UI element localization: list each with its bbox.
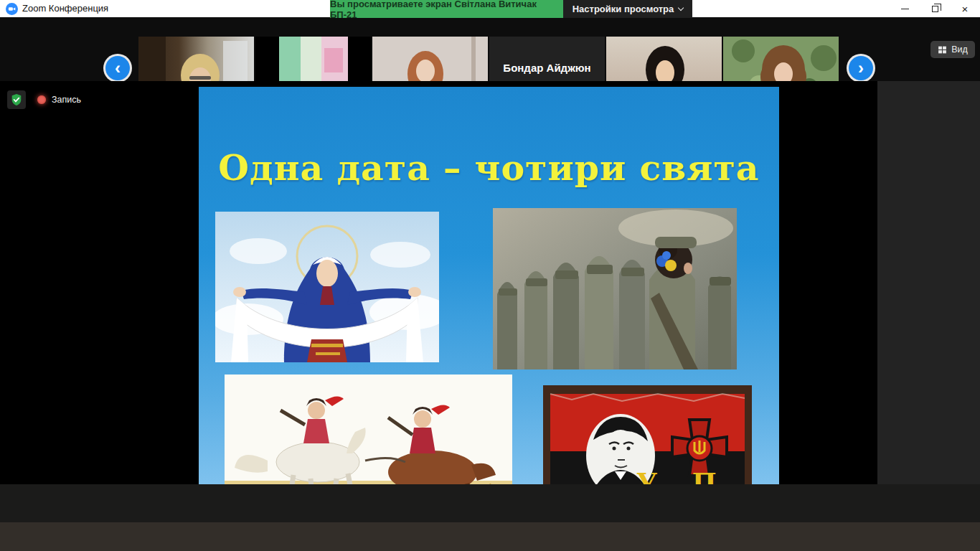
- close-icon: ×: [962, 4, 969, 14]
- view-button-label: Вид: [951, 44, 968, 55]
- previous-participants-button[interactable]: ‹: [105, 56, 130, 80]
- view-options-button[interactable]: Настройки просмотра: [563, 0, 692, 18]
- restore-icon: [932, 6, 938, 12]
- recording-dot-icon: [37, 95, 46, 104]
- meeting-toolbar: Включить звук Остановить видео 52 Участн…: [0, 484, 980, 522]
- grid-view-icon: [938, 45, 947, 55]
- minimize-button[interactable]: [890, 0, 920, 18]
- security-shield-button[interactable]: [7, 90, 26, 109]
- zoom-app-icon: [6, 3, 18, 15]
- window-title: Zoom Конференция: [22, 3, 108, 14]
- presentation-slide: Одна дата – чотири свята: [199, 87, 779, 484]
- next-participants-button[interactable]: ›: [849, 56, 873, 80]
- shield-check-icon: [10, 93, 23, 106]
- close-button[interactable]: ×: [950, 0, 980, 18]
- window-title-bar: Zoom Конференция Вы просматриваете экран…: [0, 0, 980, 18]
- slide-image-soldiers: [493, 208, 737, 369]
- slide-image-cossacks: [225, 375, 512, 484]
- slide-image-pokrova-icon: [215, 212, 439, 362]
- view-layout-button[interactable]: Вид: [930, 41, 975, 58]
- recording-indicator: Запись: [7, 90, 81, 109]
- slide-image-upa-flag: У П А: [543, 385, 752, 484]
- participant-video-strip: ‹ Вікторія Валентинівн...: [0, 18, 980, 81]
- flag-text: У П А: [636, 467, 752, 484]
- viewing-screen-banner-text: Вы просматриваете экран Світлана Витичак…: [330, 0, 563, 20]
- recording-label: Запись: [52, 95, 81, 105]
- viewing-screen-banner: Вы просматриваете экран Світлана Витичак…: [330, 0, 563, 18]
- view-options-label: Настройки просмотра: [573, 4, 674, 14]
- chevron-down-icon: [678, 5, 684, 11]
- meeting-background-panel: [877, 81, 980, 484]
- slide-title: Одна дата – чотири свята: [199, 147, 779, 189]
- windows-taskbar: G P: [0, 522, 980, 551]
- minimize-icon: [901, 9, 909, 9]
- restore-button[interactable]: [920, 0, 950, 18]
